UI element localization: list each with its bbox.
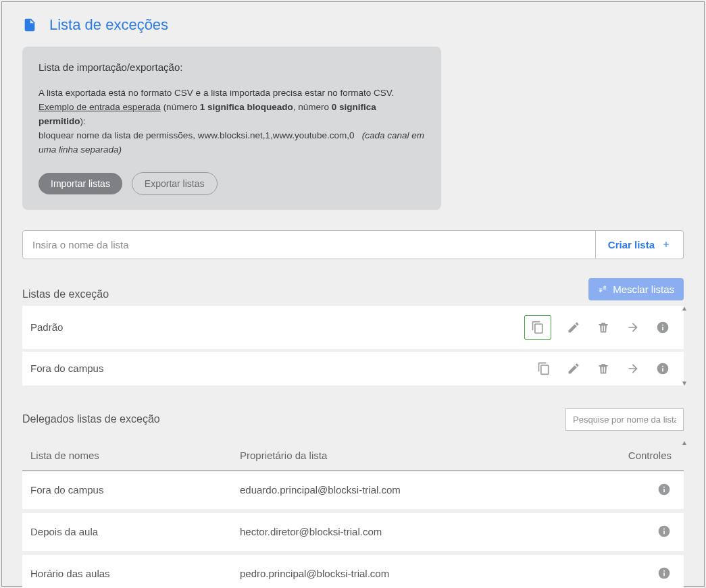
info-icon (657, 483, 671, 496)
scroll-up-icon[interactable]: ▲ (681, 439, 688, 446)
info-button[interactable] (657, 524, 672, 539)
delegated-search-input[interactable] (565, 408, 684, 431)
page-title: Lista de exceções (22, 16, 684, 34)
example-link[interactable]: Exemplo de entrada esperada (39, 102, 161, 112)
import-button[interactable]: Importar listas (39, 173, 122, 194)
import-panel-desc2: Exemplo de entrada esperada (número 1 si… (39, 101, 425, 129)
trash-icon (597, 362, 610, 375)
col-header-name: Lista de nomes (30, 450, 240, 461)
delegated-owner: eduardo.principal@blocksi-trial.com (240, 484, 615, 496)
info-button[interactable] (657, 566, 672, 581)
copy-icon (531, 321, 545, 334)
info-icon (656, 321, 670, 334)
merge-lists-label: Mesclar listas (613, 284, 674, 295)
create-list-row: Criar lista (22, 230, 684, 259)
arrow-right-icon (626, 362, 640, 375)
export-button[interactable]: Exportar listas (132, 172, 218, 195)
info-icon (656, 362, 670, 375)
scroll-down-icon[interactable]: ▼ (681, 379, 688, 387)
delete-button[interactable] (596, 320, 611, 335)
go-button[interactable] (626, 361, 640, 376)
file-icon (22, 16, 37, 34)
table-header: Lista de nomes Proprietário da lista Con… (22, 440, 684, 471)
col-header-owner: Proprietário da lista (240, 450, 615, 461)
delegated-name: Fora do campus (30, 484, 240, 496)
import-panel-desc1: A lista exportada está no formato CSV e … (39, 86, 425, 101)
scroll-up-icon[interactable]: ▲ (681, 304, 688, 312)
page-title-text: Lista de exceções (49, 16, 168, 34)
info-button[interactable] (657, 482, 672, 497)
copy-button[interactable] (524, 315, 551, 340)
edit-button[interactable] (566, 361, 581, 376)
delete-button[interactable] (596, 361, 611, 376)
delegated-owner: pedro.principal@blocksi-trial.com (240, 568, 615, 579)
list-name-input[interactable] (22, 230, 596, 259)
import-panel-heading: Lista de importação/exportação: (39, 61, 425, 73)
delegated-name: Depois da aula (30, 526, 240, 537)
go-button[interactable] (626, 320, 640, 335)
merge-lists-button[interactable]: Mesclar listas (588, 278, 684, 300)
exception-lists-title: Listas de exceção (22, 288, 109, 300)
list-name: Fora do campus (30, 363, 536, 374)
import-export-panel: Lista de importação/exportação: A lista … (22, 47, 441, 210)
plus-icon (661, 240, 671, 249)
table-row: Horário das aulas pedro.principal@blocks… (22, 555, 684, 588)
edit-button[interactable] (566, 320, 581, 335)
table-row: Fora do campus eduardo.principal@blocksi… (22, 471, 684, 509)
copy-button[interactable] (536, 361, 551, 376)
delegated-owner: hector.diretor@blocksi-trial.com (240, 526, 615, 537)
list-name: Padrão (30, 321, 524, 333)
list-row: Padrão (22, 306, 684, 349)
delegated-table: ▲ Lista de nomes Proprietário da lista C… (22, 440, 684, 588)
pencil-icon (567, 362, 580, 375)
table-row: Depois da aula hector.diretor@blocksi-tr… (22, 513, 684, 551)
list-row: Fora do campus (22, 352, 684, 385)
col-header-controls: Controles (615, 450, 676, 461)
info-icon (657, 566, 671, 580)
import-panel-desc3: bloquear nome da lista de permissões, ww… (39, 129, 425, 157)
info-icon (657, 525, 671, 538)
info-button[interactable] (655, 320, 670, 335)
delegated-title: Delegados listas de exceção (22, 413, 160, 425)
exception-lists: ▲ Padrão Fora do campus ▼ (22, 306, 684, 385)
trash-icon (597, 321, 610, 334)
create-list-label: Criar lista (608, 239, 655, 250)
delegated-name: Horário das aulas (30, 568, 240, 579)
merge-icon (598, 284, 607, 294)
arrow-right-icon (626, 321, 640, 334)
info-button[interactable] (655, 361, 670, 376)
copy-icon (537, 362, 551, 375)
create-list-button[interactable]: Criar lista (596, 230, 684, 259)
pencil-icon (567, 321, 580, 334)
